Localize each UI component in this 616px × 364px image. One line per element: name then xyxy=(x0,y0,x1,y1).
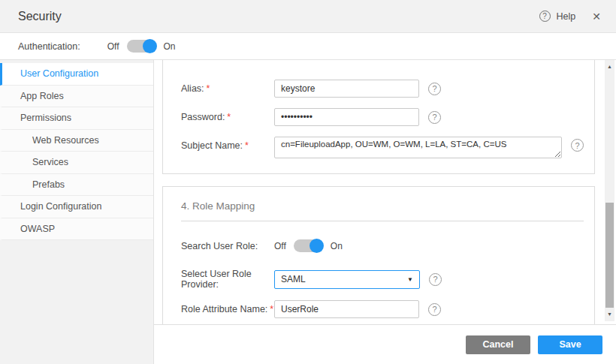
search-user-role-off-label: Off xyxy=(274,241,286,251)
certificate-card: Alias:* ? Password:* ? S xyxy=(162,60,595,174)
required-asterisk: * xyxy=(227,112,231,122)
alias-label: Alias:* xyxy=(181,83,274,94)
subject-name-help-icon[interactable]: ? xyxy=(571,139,584,152)
authentication-on-label: On xyxy=(164,41,176,52)
provider-help-icon[interactable]: ? xyxy=(429,273,442,286)
role-attribute-help-icon[interactable]: ? xyxy=(428,303,441,316)
authentication-off-label: Off xyxy=(107,41,119,52)
dialog-body: User Configuration App Roles Permissions… xyxy=(0,60,616,364)
role-mapping-section-title: 4. Role Mapping xyxy=(181,200,584,212)
subject-name-row: Subject Name:* cn=FileuploadApp, OU=WM, … xyxy=(181,137,584,158)
dialog-header: Security ? Help ✕ xyxy=(0,0,616,33)
toggle-knob xyxy=(143,39,157,53)
cancel-button[interactable]: Cancel xyxy=(466,335,530,354)
password-help-icon[interactable]: ? xyxy=(428,111,441,124)
authentication-bar: Authentication: Off On xyxy=(0,33,616,60)
sidebar-item-services[interactable]: Services xyxy=(0,152,153,174)
alias-row: Alias:* ? xyxy=(181,80,584,98)
password-row: Password:* ? xyxy=(181,108,584,126)
scrollbar-thumb[interactable] xyxy=(605,203,614,308)
search-user-role-toggle-group: Off On xyxy=(274,239,343,252)
dialog-footer: Cancel Save xyxy=(154,324,616,364)
password-input[interactable] xyxy=(274,108,419,126)
header-actions: ? Help ✕ xyxy=(539,11,601,23)
subject-name-label: Subject Name:* xyxy=(181,137,274,151)
user-role-provider-select[interactable]: SAML ▼ xyxy=(274,270,420,289)
sidebar-item-permissions[interactable]: Permissions xyxy=(0,107,153,130)
authentication-toggle[interactable] xyxy=(127,40,156,53)
sidebar-item-user-configuration[interactable]: User Configuration xyxy=(0,63,153,86)
section-divider xyxy=(181,221,584,221)
required-asterisk: * xyxy=(245,140,249,151)
alias-help-icon[interactable]: ? xyxy=(428,83,441,95)
sidebar-item-owasp[interactable]: OWASP xyxy=(0,218,153,241)
help-link[interactable]: Help xyxy=(557,11,576,22)
sidebar-item-prefabs[interactable]: Prefabs xyxy=(0,174,153,197)
security-dialog: Security ? Help ✕ Authentication: Off On… xyxy=(0,0,616,364)
authentication-label: Authentication: xyxy=(18,41,80,52)
provider-selected-value: SAML xyxy=(281,274,306,284)
chevron-down-icon: ▼ xyxy=(407,276,413,283)
role-attribute-label: Role Attribute Name:* xyxy=(181,304,274,314)
security-sidebar: User Configuration App Roles Permissions… xyxy=(0,60,154,364)
role-mapping-card: 4. Role Mapping Search User Role: Off On xyxy=(162,186,595,324)
sidebar-item-login-configuration[interactable]: Login Configuration xyxy=(0,196,153,218)
role-attribute-row: Role Attribute Name:* ? xyxy=(181,300,584,318)
provider-row: Select User Role Provider: SAML ▼ ? xyxy=(181,269,584,290)
vertical-scrollbar[interactable]: ▲ ▼ xyxy=(605,60,614,321)
role-attribute-input[interactable] xyxy=(274,300,419,318)
provider-label: Select User Role Provider: xyxy=(181,269,274,290)
scroll-down-icon[interactable]: ▼ xyxy=(605,311,614,318)
alias-input[interactable] xyxy=(274,80,419,98)
close-icon[interactable]: ✕ xyxy=(592,11,601,23)
toggle-knob xyxy=(310,239,324,253)
password-label: Password:* xyxy=(181,112,274,122)
search-user-role-row: Search User Role: Off On xyxy=(181,239,584,252)
subject-name-textarea[interactable]: cn=FileuploadApp, OU=WM, O=WM, L=LA, ST=… xyxy=(274,137,562,158)
search-user-role-label: Search User Role: xyxy=(181,241,274,251)
sidebar-item-web-resources[interactable]: Web Resources xyxy=(0,130,153,152)
search-user-role-on-label: On xyxy=(331,241,343,251)
save-button[interactable]: Save xyxy=(538,335,602,354)
search-user-role-toggle[interactable] xyxy=(294,239,323,252)
required-asterisk: * xyxy=(207,83,210,94)
help-icon[interactable]: ? xyxy=(539,11,551,22)
main-panel: Alias:* ? Password:* ? S xyxy=(154,60,616,364)
scroll-viewport: Alias:* ? Password:* ? S xyxy=(154,60,616,324)
page-title: Security xyxy=(18,10,62,23)
required-asterisk: * xyxy=(270,304,273,314)
scroll-up-icon[interactable]: ▲ xyxy=(605,63,614,71)
authentication-toggle-group: Off On xyxy=(107,40,176,53)
sidebar-item-app-roles[interactable]: App Roles xyxy=(0,86,153,108)
